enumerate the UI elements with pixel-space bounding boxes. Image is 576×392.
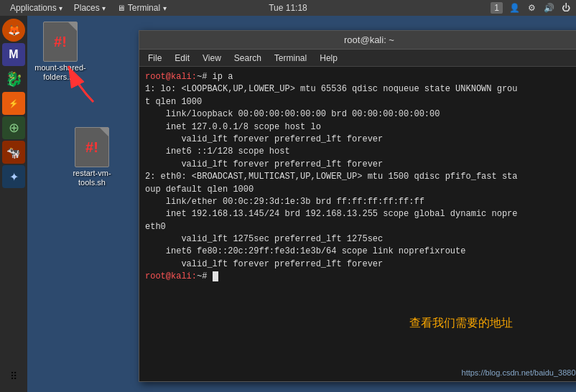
taskbar-clock: Tue 11:18 xyxy=(269,3,307,13)
menu-edit[interactable]: Edit xyxy=(169,52,195,65)
zaproxy-icon[interactable]: ⊕ xyxy=(2,116,25,139)
sidebar-dock: 🦊 M 🐉 ⚡ ⊕ 🐄 ✦ ⠿ xyxy=(0,16,27,392)
metasploit-icon[interactable]: M xyxy=(2,43,25,66)
beef-icon[interactable]: 🐄 xyxy=(2,141,25,164)
applications-menu[interactable]: Applications xyxy=(4,0,68,16)
term-line-16: valid_lft forever preferred_lft forever xyxy=(145,258,576,271)
settings-icon[interactable]: ⚙ xyxy=(526,2,537,14)
term-line-7: inet6 ::1/128 scope host xyxy=(145,146,576,158)
term-line-12: inet 192.168.13.145/24 brd 192.168.13.25… xyxy=(145,208,576,220)
term-line-3: t qlen 1000 xyxy=(145,96,576,108)
term-line-9: 2: eth0: <BROADCAST,MULTICAST,UP,LOWER_U… xyxy=(145,171,576,183)
menu-terminal[interactable]: Terminal xyxy=(269,52,312,65)
terminal-body[interactable]: root@kali:~# ip a 1: lo: <LOOPBACK,UP,LO… xyxy=(139,67,576,381)
places-label: Places xyxy=(74,3,100,13)
terminal-menubar: File Edit View Search Terminal Help xyxy=(139,50,576,67)
menu-help[interactable]: Help xyxy=(314,52,343,65)
menu-file[interactable]: File xyxy=(142,52,167,65)
term-line-1: root@kali:~# ip a xyxy=(145,71,576,83)
term-line-4: link/loopback 00:00:00:00:00:00 brd 00:0… xyxy=(145,108,576,121)
page-number: 1 xyxy=(491,2,503,14)
volume-icon[interactable]: 🔊 xyxy=(543,2,554,14)
terminal-menu[interactable]: 🖥 Terminal ▾ xyxy=(111,0,172,16)
chinese-annotation: 查看我们需要的地址 xyxy=(409,316,513,331)
taskbar-right: 1 👤 ⚙ 🔊 ⏻ xyxy=(491,2,572,14)
desktop: 🦊 M 🐉 ⚡ ⊕ 🐄 ✦ ⠿ #! mount-shared-folders.… xyxy=(0,16,576,392)
terminal-window: root@kali: ~ File Edit View Search Termi… xyxy=(139,30,576,382)
mount-shared-icon: #! xyxy=(43,22,78,62)
kali-dragon-icon[interactable]: 🐉 xyxy=(2,67,25,90)
burp-icon[interactable]: ⚡ xyxy=(2,92,25,115)
user-icon[interactable]: 👤 xyxy=(508,2,520,14)
term-line-15: inet6 fe80::20c:29ff:fe3d:1e3b/64 scope … xyxy=(145,246,576,258)
arrow-annotation xyxy=(57,59,101,119)
term-line-14: valid_lft 1275sec preferred_lft 1275sec xyxy=(145,233,576,246)
arrow-svg xyxy=(57,59,101,116)
app-grid-icon[interactable]: ⠿ xyxy=(2,365,25,388)
desktop-content: #! mount-shared-folders.sh #! restart-vm… xyxy=(27,16,576,392)
cursor xyxy=(213,271,218,281)
term-line-5: inet 127.0.0.1/8 scope host lo xyxy=(145,121,576,134)
term-line-11: link/ether 00:0c:29:3d:1e:3b brd ff:ff:f… xyxy=(145,196,576,208)
desktop-icon-restart-vm[interactable]: #! restart-vm-tools.sh xyxy=(66,127,118,187)
restart-vm-icon: #! xyxy=(75,127,109,167)
restart-vm-label: restart-vm-tools.sh xyxy=(66,169,118,187)
term-line-2: 1: lo: <LOOPBACK,UP,LOWER_UP> mtu 65536 … xyxy=(145,83,576,95)
menu-search[interactable]: Search xyxy=(228,52,267,65)
places-menu[interactable]: Places xyxy=(68,0,111,16)
terminal-titlebar: root@kali: ~ xyxy=(139,31,576,50)
menu-view[interactable]: View xyxy=(197,52,227,65)
term-line-17: root@kali:~# xyxy=(145,271,576,283)
firefox-icon[interactable]: 🦊 xyxy=(2,19,25,42)
term-line-10: oup default qlen 1000 xyxy=(145,184,576,196)
terminal-label: Terminal xyxy=(128,3,160,13)
csdn-link[interactable]: https://blog.csdn.net/baidu_38803985 xyxy=(462,368,576,377)
taskbar-left: Applications Places 🖥 Terminal ▾ xyxy=(4,0,172,16)
power-icon[interactable]: ⏻ xyxy=(560,2,572,14)
taskbar: Applications Places 🖥 Terminal ▾ Tue 11:… xyxy=(0,0,576,16)
term-line-8: valid_lft forever preferred_lft forever xyxy=(145,159,576,171)
applications-label: Applications xyxy=(10,3,57,13)
term-line-13: eth0 xyxy=(145,221,576,233)
maltego-icon[interactable]: ✦ xyxy=(2,165,25,188)
term-line-6: valid_lft forever preferred_lft forever xyxy=(145,134,576,146)
terminal-title: root@kali: ~ xyxy=(344,34,394,45)
